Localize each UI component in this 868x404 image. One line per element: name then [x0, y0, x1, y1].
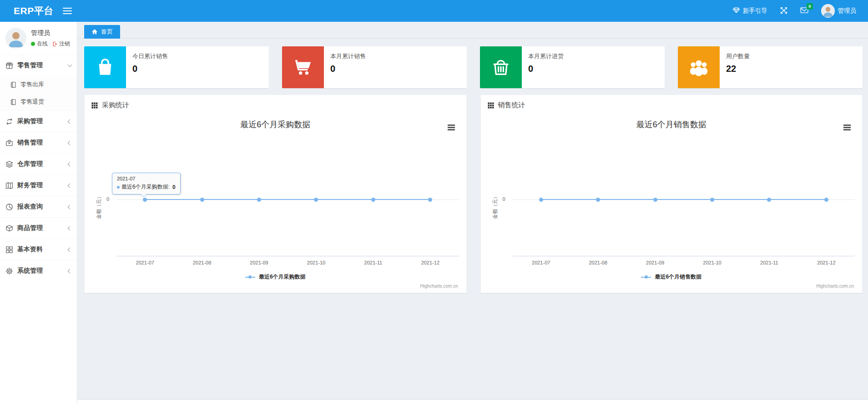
x-tick-label: 2021-07 — [116, 260, 173, 265]
chevron-left-icon — [68, 247, 72, 252]
bag-icon — [84, 46, 126, 88]
x-axis-labels: 2021-07 2021-08 2021-09 2021-10 2021-11 … — [513, 260, 855, 265]
data-point[interactable] — [653, 198, 657, 202]
online-status-icon — [31, 42, 35, 46]
x-axis-line — [116, 256, 459, 256]
logout-link[interactable]: 注销 — [52, 40, 70, 48]
users-icon — [678, 46, 720, 88]
pie-chart-icon — [5, 203, 13, 211]
x-tick-label: 2021-09 — [626, 260, 683, 265]
chart-context-menu-icon[interactable] — [843, 125, 851, 131]
sidebar-item-retail[interactable]: 零售管理 — [0, 55, 77, 76]
main-content: 首页 今日累计销售 0 — [77, 22, 868, 404]
purchase-chart: 最近6个月采购数据 0 — [85, 114, 466, 293]
card-user-count: 用户数量 22 — [678, 46, 863, 88]
tab-home-label: 首页 — [101, 28, 113, 36]
user-menu[interactable]: 管理员 — [821, 4, 857, 18]
tooltip-series-label: 最近6个月采购数据: — [121, 183, 170, 191]
sidebar: 管理员 在线 注销 — [0, 22, 77, 404]
fullscreen-button[interactable] — [780, 7, 787, 15]
y-axis-title: 金额（元） — [96, 194, 102, 219]
sidebar-item-goods[interactable]: 商品管理 — [0, 217, 77, 239]
highcharts-credit-link[interactable]: Highcharts.com.cn — [420, 284, 458, 289]
x-tick-label: 2021-12 — [402, 260, 459, 265]
x-tick-label: 2021-09 — [231, 260, 288, 265]
tab-home[interactable]: 首页 — [84, 25, 120, 39]
data-point[interactable] — [314, 198, 318, 202]
gift-icon — [5, 62, 13, 70]
chevron-left-icon — [68, 140, 72, 145]
chart-tooltip: 2021-07 最近6个月采购数据: 0 — [112, 173, 181, 195]
legend-line-icon — [641, 277, 651, 278]
sidebar-item-basic-data[interactable]: 基本资料 — [0, 239, 77, 260]
sidebar-item-label: 财务管理 — [17, 181, 64, 190]
grid-icon — [5, 246, 13, 254]
x-axis-line — [513, 256, 855, 256]
sidebar-user-info: 管理员 在线 注销 — [31, 28, 70, 49]
card-label: 本月累计销售 — [330, 52, 366, 60]
card-label: 今日累计销售 — [132, 52, 168, 60]
sidebar-avatar — [5, 28, 26, 49]
data-point[interactable] — [710, 198, 714, 202]
data-point[interactable] — [428, 198, 432, 202]
notebook-icon — [10, 99, 17, 105]
card-today-sales: 今日累计销售 0 — [84, 46, 269, 88]
sidebar-item-sales[interactable]: 销售管理 — [0, 132, 77, 153]
chart-title: 最近6个月销售数据 — [481, 114, 863, 130]
logout-label: 注销 — [59, 40, 70, 48]
tooltip-series-dot — [117, 186, 120, 189]
series-markers — [513, 141, 855, 256]
card-value: 0 — [330, 64, 366, 74]
data-point[interactable] — [767, 198, 771, 202]
panel-header: 销售统计 — [481, 95, 863, 114]
x-tick-label: 2021-10 — [684, 260, 741, 265]
highcharts-credit-link[interactable]: Highcharts.com.cn — [816, 284, 854, 289]
chevron-left-icon — [68, 183, 72, 188]
sidebar-item-label: 零售管理 — [17, 61, 64, 70]
chart-panels-row: 采购统计 最近6个月采购数据 — [77, 88, 868, 293]
brand-logo[interactable]: ERP平台 — [0, 5, 54, 17]
chevron-left-icon — [68, 162, 72, 166]
sidebar-item-warehouse[interactable]: 仓库管理 — [0, 153, 77, 175]
x-tick-label: 2021-10 — [288, 260, 344, 265]
x-axis-labels: 2021-07 2021-08 2021-09 2021-10 2021-11 … — [116, 260, 459, 265]
purchase-stats-panel: 采购统计 最近6个月采购数据 — [84, 95, 467, 293]
sidebar-item-retail-return[interactable]: 零售退货 — [0, 93, 77, 110]
card-label: 用户数量 — [726, 52, 750, 60]
messages-button[interactable]: 0 — [800, 7, 808, 15]
data-point[interactable] — [539, 198, 543, 202]
sidebar-item-label: 系统管理 — [17, 267, 64, 275]
sidebar-item-finance[interactable]: 财务管理 — [0, 175, 77, 196]
loop-icon — [5, 118, 13, 125]
y-axis-title: 金额（元） — [492, 194, 499, 219]
card-value: 0 — [528, 64, 564, 74]
sidebar-item-system[interactable]: 系统管理 — [0, 260, 77, 281]
sidebar-item-purchase[interactable]: 采购管理 — [0, 110, 77, 132]
x-tick-label: 2021-11 — [741, 260, 797, 265]
data-point[interactable] — [824, 198, 828, 202]
chart-context-menu-icon[interactable] — [448, 125, 455, 131]
gear-icon — [5, 267, 13, 275]
legend-item[interactable]: 最近6个月采购数据 — [85, 273, 466, 281]
plot-area: 0 金额（元） — [513, 141, 855, 256]
legend-item[interactable]: 最近6个月销售数据 — [481, 273, 863, 281]
sidebar-item-label: 仓库管理 — [17, 160, 64, 168]
legend-label: 最近6个月采购数据 — [259, 273, 306, 281]
y-axis-tick: 0 — [503, 196, 505, 202]
panel-title: 销售统计 — [498, 101, 525, 110]
data-point[interactable] — [257, 198, 261, 202]
sidebar-item-retail-outbound[interactable]: 零售出库 — [0, 76, 77, 93]
avatar — [821, 4, 835, 18]
chart-title: 最近6个月采购数据 — [85, 114, 466, 130]
panel-header: 采购统计 — [85, 95, 466, 114]
sidebar-item-reports[interactable]: 报表查询 — [0, 196, 77, 217]
guide-button[interactable]: 新手引导 — [733, 7, 767, 15]
notebook-icon — [10, 81, 17, 88]
data-point[interactable] — [371, 198, 375, 202]
y-axis-tick: 0 — [106, 196, 109, 202]
data-point[interactable] — [200, 198, 204, 202]
sidebar-toggle-icon[interactable] — [63, 6, 72, 16]
data-point[interactable] — [596, 198, 600, 202]
erp-app: ERP平台 新手引导 — [0, 0, 868, 404]
sidebar-item-label: 零售退货 — [20, 98, 44, 106]
